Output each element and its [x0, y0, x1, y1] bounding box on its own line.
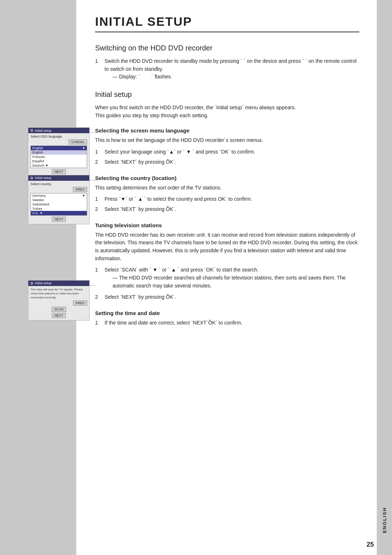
country-screen-title: Initial setup: [35, 176, 52, 180]
sub-step-scan: — The HDD DVD recorder searches all chan…: [113, 274, 359, 290]
step-text: Select your language using ¨▲´ or ¨ ▼ ´ …: [105, 148, 359, 156]
connector-line-1: [90, 132, 95, 133]
lang-cancel-btn[interactable]: CANCEL: [69, 139, 87, 144]
country-step-2: 2 Select ¨NEXT´ by pressing ÕK´.: [95, 205, 359, 213]
connector-line-3: [90, 285, 95, 286]
scan-next-btn[interactable]: NEXT: [52, 313, 66, 318]
initial-setup-section: Initial setup When you first switch on t…: [95, 90, 359, 119]
country-prev-btn[interactable]: PREV: [73, 187, 87, 192]
lang-dropdown: English ▼ English Français Español Deuts…: [30, 146, 87, 168]
scan-scan-btn[interactable]: SCAN: [52, 307, 66, 312]
lang-screen-body: Select OSD language. CANCEL English ▼ En…: [28, 133, 89, 176]
lang-item-espanol: Español: [31, 159, 87, 163]
step-number: 2: [95, 158, 103, 166]
country-step-1: 1 Press ¨▼´ or ¨ ▲ ´ to select the count…: [95, 195, 359, 203]
setup-icon-2: ⚙: [30, 176, 33, 180]
country-screen-mockup: ⚙ Initial setup Select country. PREV Ger…: [28, 175, 90, 224]
tuning-section: Tuning television stations The HDD DVD r…: [95, 222, 359, 302]
lang-item-deutsch: Deutsch ▼: [31, 163, 87, 168]
step-number: 1: [95, 57, 103, 65]
lang-section-title: Selecting the screen menu language: [95, 127, 359, 134]
tuning-step-2: 2 Select ¨NEXT´ by pressing ÕK´.: [95, 293, 359, 301]
scan-screen-body: This step will scan for TV signals. Plea…: [28, 286, 89, 321]
time-date-step-1: 1 If the time and date are correct, sele…: [95, 319, 359, 327]
lang-screen-titlebar: ⚙ Initial setup: [28, 128, 89, 133]
step-number: 2: [95, 205, 103, 213]
main-content: INITIAL SETUP Switching on the HDD DVD r…: [76, 0, 377, 357]
lang-screen-title: Initial setup: [35, 129, 52, 132]
country-uk: U.K. ▼: [31, 211, 87, 215]
lang-selected: English ▼: [31, 146, 87, 150]
scan-screen-title: Initial setup: [35, 281, 52, 285]
lang-item-english: English: [31, 150, 87, 155]
step-text: Select ¨SCAN´ with ¨ ▼ ´ or ¨ ▲ ´ and pr…: [105, 267, 259, 273]
lang-step-2: 2 Select ¨NEXT´ by pressing ÕK´.: [95, 158, 359, 166]
step-number: 1: [95, 148, 103, 156]
country-screen-titlebar: ⚙ Initial setup: [28, 175, 89, 181]
switching-steps: 1 Switch the HDD DVD recorder to standby…: [95, 57, 359, 82]
page-title: INITIAL SETUP: [95, 15, 359, 32]
lang-item-francais: Français: [31, 155, 87, 159]
setup-icon: ⚙: [30, 128, 33, 132]
step-text: If the time and date are correct, select…: [105, 319, 359, 327]
time-date-section: Setting the time and date 1 If the time …: [95, 310, 359, 327]
step-text: Select ¨NEXT´ by pressing ÕK´.: [105, 293, 359, 301]
time-date-title: Setting the time and date: [95, 310, 359, 316]
step-number: 1: [95, 319, 103, 327]
country-section: ⚙ Initial setup Select country. PREV Ger…: [95, 175, 359, 213]
tuning-body: The HDD DVD recorder has its own receive…: [95, 231, 359, 263]
setup-icon-3: ⚙: [30, 281, 33, 285]
scan-screen-mockup: ⚙ Initial setup This step will scan for …: [28, 280, 90, 321]
step-text: Select ¨NEXT´ by pressing ÕK´.: [105, 158, 359, 166]
lang-section-body: This is how to set the language of the H…: [95, 136, 359, 144]
lang-steps: 1 Select your language using ¨▲´ or ¨ ▼ …: [95, 148, 359, 166]
country-panel-area: ⚙ Initial setup Select country. PREV Ger…: [95, 175, 359, 213]
scan-prev-btn[interactable]: PREV: [73, 301, 87, 306]
step-number: 2: [95, 293, 103, 301]
lang-next-btn[interactable]: NEXT: [52, 169, 66, 174]
right-sidebar: ENGLISH: [377, 0, 392, 555]
country-steps: 1 Press ¨▼´ or ¨ ▲ ´ to select the count…: [95, 195, 359, 213]
initial-setup-body: When you first switch on the HDD DVD rec…: [95, 104, 359, 119]
step-text: Switch the HDD DVD recorder to standby m…: [105, 58, 356, 72]
english-label: ENGLISH: [382, 507, 387, 533]
step-text: Select ¨NEXT´ by pressing ÕK´.: [105, 205, 359, 213]
country-section-body: This setting determines the sort order o…: [95, 184, 359, 192]
country-screen-body: Select country. PREV Germany▼ Sweden Swi…: [28, 181, 89, 224]
step-item: 1 Switch the HDD DVD recorder to standby…: [95, 57, 359, 82]
initial-setup-title: Initial setup: [95, 90, 359, 99]
scan-info-text: This step will scan for TV signals. Plea…: [30, 287, 87, 300]
step-number: 1: [95, 266, 103, 274]
country-turkey: Turkey: [31, 207, 87, 211]
lang-section: ⚙ Initial setup Select OSD language. CAN…: [95, 127, 359, 166]
lang-panel-area: ⚙ Initial setup Select OSD language. CAN…: [95, 127, 359, 166]
country-section-title: Selecting the country (location): [95, 175, 359, 181]
step-number: 1: [95, 195, 103, 203]
scan-screen-titlebar: ⚙ Initial setup: [28, 281, 89, 286]
step-text: Press ¨▼´ or ¨ ▲ ´ to select the country…: [105, 195, 359, 203]
page-number: 25: [367, 541, 374, 548]
time-date-steps: 1 If the time and date are correct, sele…: [95, 319, 359, 327]
lang-screen-label: Select OSD language.: [30, 135, 87, 138]
country-screen-label: Select country.: [30, 182, 87, 186]
tuning-step-1: 1 Select ¨SCAN´ with ¨ ▼ ´ or ¨ ▲ ´ and …: [95, 266, 359, 291]
tuning-title: Tuning television stations: [95, 222, 359, 228]
tuning-panel-area: Tuning television stations The HDD DVD r…: [95, 222, 359, 302]
switching-title: Switching on the HDD DVD recorder: [95, 44, 359, 52]
country-switzerland: Switzerland: [31, 202, 87, 207]
lang-step-1: 1 Select your language using ¨▲´ or ¨ ▼ …: [95, 148, 359, 156]
sub-step: — Display: ¨ ´ flashes.: [113, 73, 359, 81]
lang-screen-mockup: ⚙ Initial setup Select OSD language. CAN…: [28, 127, 90, 177]
connector-line-2: [90, 180, 95, 180]
country-sweden: Sweden: [31, 198, 87, 202]
country-next-btn[interactable]: NEXT: [52, 217, 66, 222]
switching-section: Switching on the HDD DVD recorder 1 Swit…: [95, 44, 359, 82]
left-sidebar: [0, 0, 76, 555]
tuning-steps: 1 Select ¨SCAN´ with ¨ ▼ ´ or ¨ ▲ ´ and …: [95, 266, 359, 301]
country-list: Germany▼ Sweden Switzerland Turkey U.K. …: [30, 193, 87, 216]
country-germany: Germany▼: [31, 193, 87, 198]
